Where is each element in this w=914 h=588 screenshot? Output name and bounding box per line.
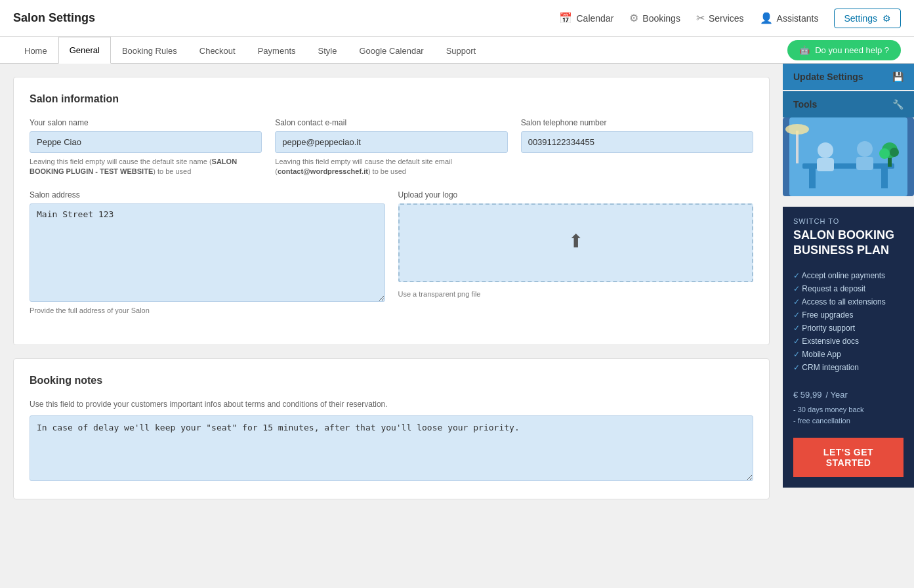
salon-address-input[interactable] bbox=[30, 203, 385, 302]
salon-logo-label: Upload your logo bbox=[398, 190, 754, 200]
salon-info-section: Salon information Your salon name Leavin… bbox=[13, 77, 770, 345]
feature-3: Access to all extensions bbox=[793, 295, 904, 308]
promo-features-list: Accept online payments Request a deposit… bbox=[793, 269, 904, 374]
feature-2: Request a deposit bbox=[793, 282, 904, 295]
promo-illustration bbox=[783, 117, 914, 196]
svg-rect-2 bbox=[809, 169, 816, 188]
svg-rect-5 bbox=[817, 158, 834, 171]
booking-notes-section: Booking notes Use this field to provide … bbox=[13, 358, 770, 499]
tab-style[interactable]: Style bbox=[307, 37, 348, 64]
nav-bookings-label: Bookings bbox=[642, 13, 680, 24]
salon-name-input[interactable] bbox=[30, 131, 262, 153]
upload-icon: ⬆ bbox=[568, 230, 583, 252]
feature-6: Exstensive docs bbox=[793, 335, 904, 348]
nav-services-label: Services bbox=[709, 13, 744, 24]
salon-email-input[interactable] bbox=[275, 131, 507, 153]
salon-phone-input[interactable] bbox=[521, 131, 753, 153]
logo-hint: Use a transparent png file bbox=[398, 290, 754, 298]
assistants-icon: 👤 bbox=[760, 12, 773, 24]
settings-label: Settings bbox=[844, 13, 877, 24]
update-settings-label: Update Settings bbox=[793, 72, 863, 82]
settings-button[interactable]: Settings ⚙ bbox=[834, 9, 901, 28]
promo-note: - 30 days money back- free cancellation bbox=[793, 404, 904, 427]
bookings-icon: ⚙ bbox=[629, 12, 638, 24]
tools-button[interactable]: Tools 🔧 bbox=[783, 91, 914, 117]
salon-address-group: Salon address Provide the full address o… bbox=[30, 190, 385, 316]
main-layout: Salon information Your salon name Leavin… bbox=[0, 64, 914, 586]
tab-general[interactable]: General bbox=[58, 37, 111, 64]
nav-assistants[interactable]: 👤 Assistants bbox=[760, 12, 819, 24]
svg-point-10 bbox=[879, 148, 890, 159]
update-settings-button[interactable]: Update Settings 💾 bbox=[783, 64, 914, 90]
salon-email-hint: Leaving this field empty will cause the … bbox=[275, 157, 507, 177]
svg-point-4 bbox=[818, 142, 833, 158]
svg-rect-1 bbox=[802, 163, 894, 169]
tab-booking-rules[interactable]: Booking Rules bbox=[111, 37, 188, 64]
logo-upload-area[interactable]: ⬆ bbox=[398, 203, 754, 282]
page-title: Salon Settings bbox=[13, 11, 559, 25]
wrench-icon: 🔧 bbox=[892, 99, 904, 110]
salon-name-hint: Leaving this field empty will cause the … bbox=[30, 157, 262, 177]
promo-title: SALON BOOKING BUSINESS PLAN bbox=[793, 228, 904, 259]
header: Salon Settings 📅 Calendar ⚙ Bookings ✂ S… bbox=[0, 0, 914, 37]
salon-phone-label: Salon telephone number bbox=[521, 118, 753, 127]
feature-8: CRM integration bbox=[793, 361, 904, 374]
salon-address-hint: Provide the full address of your Salon bbox=[30, 306, 385, 316]
feature-4: Free upgrades bbox=[793, 308, 904, 322]
header-nav: 📅 Calendar ⚙ Bookings ✂ Services 👤 Assis… bbox=[559, 9, 901, 28]
nav-calendar-label: Calendar bbox=[576, 13, 613, 24]
booking-notes-input[interactable] bbox=[30, 415, 753, 481]
svg-rect-3 bbox=[881, 169, 888, 188]
sidebar: Update Settings 💾 Tools 🔧 bbox=[783, 64, 914, 586]
salon-info-title: Salon information bbox=[30, 93, 753, 105]
services-icon: ✂ bbox=[696, 12, 705, 24]
salon-phone-group: Salon telephone number bbox=[521, 118, 753, 177]
tab-checkout[interactable]: Checkout bbox=[188, 37, 247, 64]
salon-fields-row2: Salon address Provide the full address o… bbox=[30, 190, 753, 316]
svg-point-6 bbox=[857, 141, 873, 157]
feature-5: Priority support bbox=[793, 322, 904, 335]
svg-point-11 bbox=[890, 148, 899, 157]
salon-address-label: Salon address bbox=[30, 190, 385, 200]
promo-price-period: / Year bbox=[826, 390, 848, 400]
promo-switch-label: SWITCH TO bbox=[793, 217, 904, 225]
booking-notes-title: Booking notes bbox=[30, 375, 753, 387]
nav-services[interactable]: ✂ Services bbox=[696, 12, 744, 24]
promo-panel: SWITCH TO SALON BOOKING BUSINESS PLAN Ac… bbox=[783, 207, 914, 488]
settings-gear-icon: ⚙ bbox=[883, 13, 891, 24]
salon-name-label: Your salon name bbox=[30, 118, 262, 127]
promo-cta-button[interactable]: LET'S GET STARTED bbox=[793, 438, 904, 477]
tab-support[interactable]: Support bbox=[435, 37, 488, 64]
promo-price: € 59,99 / Year bbox=[793, 385, 904, 402]
svg-point-13 bbox=[785, 124, 809, 135]
feature-7: Mobile App bbox=[793, 348, 904, 361]
tab-home[interactable]: Home bbox=[13, 37, 58, 64]
nav-bookings[interactable]: ⚙ Bookings bbox=[629, 12, 680, 24]
calendar-icon: 📅 bbox=[559, 12, 572, 24]
salon-email-label: Salon contact e-mail bbox=[275, 118, 507, 127]
content-area: Salon information Your salon name Leavin… bbox=[0, 64, 783, 586]
nav-calendar[interactable]: 📅 Calendar bbox=[559, 12, 613, 24]
tools-label: Tools bbox=[793, 99, 817, 110]
salon-logo-group: Upload your logo ⬆ Use a transparent png… bbox=[398, 190, 754, 316]
save-icon: 💾 bbox=[892, 72, 904, 82]
tab-bar: Home General Booking Rules Checkout Paym… bbox=[0, 37, 914, 64]
help-button[interactable]: 🤖 Do you need help ? bbox=[787, 40, 901, 60]
tab-payments[interactable]: Payments bbox=[247, 37, 307, 64]
booking-notes-hint: Use this field to provide your customers… bbox=[30, 400, 753, 409]
salon-fields-row1: Your salon name Leaving this field empty… bbox=[30, 118, 753, 177]
salon-name-group: Your salon name Leaving this field empty… bbox=[30, 118, 262, 177]
svg-rect-12 bbox=[796, 131, 799, 163]
svg-rect-7 bbox=[856, 157, 873, 170]
help-robot-icon: 🤖 bbox=[799, 45, 810, 55]
feature-1: Accept online payments bbox=[793, 269, 904, 282]
nav-assistants-label: Assistants bbox=[777, 13, 819, 24]
tab-google-calendar[interactable]: Google Calendar bbox=[348, 37, 434, 64]
help-label: Do you need help ? bbox=[815, 45, 889, 55]
salon-email-group: Salon contact e-mail Leaving this field … bbox=[275, 118, 507, 177]
